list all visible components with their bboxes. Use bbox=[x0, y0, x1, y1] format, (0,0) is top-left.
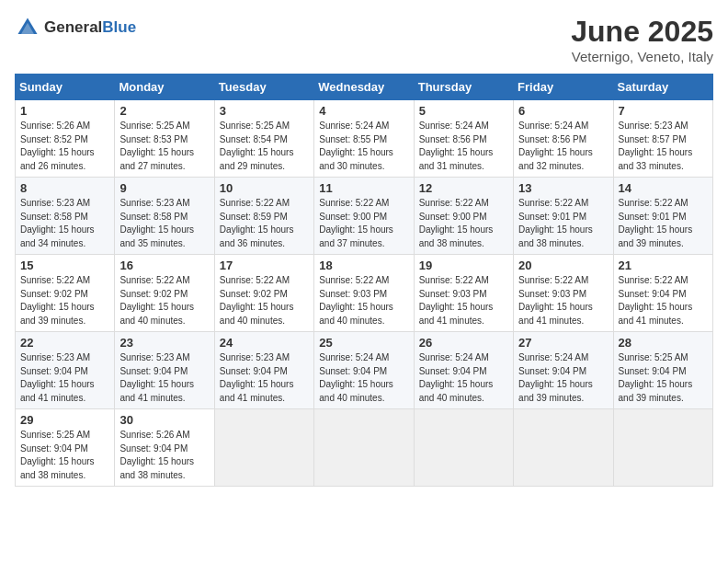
day-cell: 27Sunrise: 5:24 AMSunset: 9:04 PMDayligh… bbox=[514, 332, 613, 409]
day-info: Sunrise: 5:25 AMSunset: 9:04 PMDaylight:… bbox=[20, 430, 95, 480]
day-info: Sunrise: 5:23 AMSunset: 9:04 PMDaylight:… bbox=[119, 352, 194, 403]
page-header: GeneralBlue June 2025 Veternigo, Veneto,… bbox=[15, 15, 713, 64]
day-cell bbox=[314, 409, 414, 487]
day-info: Sunrise: 5:22 AMSunset: 9:02 PMDaylight:… bbox=[20, 275, 95, 326]
day-info: Sunrise: 5:25 AMSunset: 8:53 PMDaylight:… bbox=[119, 121, 194, 171]
day-cell: 7Sunrise: 5:23 AMSunset: 8:57 PMDaylight… bbox=[613, 100, 712, 178]
day-cell: 14Sunrise: 5:22 AMSunset: 9:01 PMDayligh… bbox=[613, 178, 712, 255]
day-cell: 19Sunrise: 5:22 AMSunset: 9:03 PMDayligh… bbox=[414, 255, 513, 332]
calendar-table: SundayMondayTuesdayWednesdayThursdayFrid… bbox=[15, 74, 713, 487]
logo-blue: Blue bbox=[102, 18, 136, 36]
day-number: 8 bbox=[20, 181, 109, 195]
day-cell: 5Sunrise: 5:24 AMSunset: 8:56 PMDaylight… bbox=[414, 100, 513, 178]
day-number: 17 bbox=[220, 259, 309, 272]
day-cell: 9Sunrise: 5:23 AMSunset: 8:58 PMDaylight… bbox=[115, 178, 214, 255]
day-cell: 20Sunrise: 5:22 AMSunset: 9:03 PMDayligh… bbox=[514, 255, 613, 332]
day-cell bbox=[613, 409, 712, 487]
day-cell: 1Sunrise: 5:26 AMSunset: 8:52 PMDaylight… bbox=[16, 100, 115, 178]
day-info: Sunrise: 5:22 AMSunset: 8:59 PMDaylight:… bbox=[220, 198, 294, 248]
logo: GeneralBlue bbox=[15, 15, 136, 40]
day-info: Sunrise: 5:22 AMSunset: 9:01 PMDaylight:… bbox=[619, 198, 693, 248]
day-cell: 24Sunrise: 5:23 AMSunset: 9:04 PMDayligh… bbox=[214, 332, 313, 409]
day-number: 11 bbox=[319, 181, 408, 195]
day-number: 16 bbox=[119, 259, 209, 272]
day-number: 7 bbox=[619, 104, 708, 118]
day-number: 2 bbox=[119, 104, 209, 118]
day-cell: 10Sunrise: 5:22 AMSunset: 8:59 PMDayligh… bbox=[214, 178, 313, 255]
day-info: Sunrise: 5:22 AMSunset: 9:00 PMDaylight:… bbox=[319, 198, 393, 248]
day-info: Sunrise: 5:24 AMSunset: 8:56 PMDaylight:… bbox=[419, 121, 494, 171]
day-info: Sunrise: 5:24 AMSunset: 9:04 PMDaylight:… bbox=[319, 352, 393, 403]
logo-text: GeneralBlue bbox=[44, 18, 136, 37]
day-number: 20 bbox=[518, 259, 608, 272]
day-info: Sunrise: 5:22 AMSunset: 9:02 PMDaylight:… bbox=[220, 275, 294, 326]
day-number: 19 bbox=[419, 259, 508, 272]
day-info: Sunrise: 5:25 AMSunset: 9:04 PMDaylight:… bbox=[619, 352, 693, 403]
day-number: 27 bbox=[518, 336, 608, 350]
day-info: Sunrise: 5:22 AMSunset: 9:03 PMDaylight:… bbox=[419, 275, 494, 326]
header-friday: Friday bbox=[514, 75, 613, 100]
day-number: 15 bbox=[20, 259, 109, 272]
day-cell: 18Sunrise: 5:22 AMSunset: 9:03 PMDayligh… bbox=[314, 255, 414, 332]
day-info: Sunrise: 5:23 AMSunset: 8:57 PMDaylight:… bbox=[619, 121, 693, 171]
logo-icon bbox=[15, 15, 40, 40]
header-row: SundayMondayTuesdayWednesdayThursdayFrid… bbox=[16, 75, 713, 100]
day-number: 13 bbox=[518, 181, 608, 195]
header-wednesday: Wednesday bbox=[314, 75, 414, 100]
day-cell bbox=[414, 409, 513, 487]
day-number: 26 bbox=[419, 336, 508, 350]
day-cell: 21Sunrise: 5:22 AMSunset: 9:04 PMDayligh… bbox=[613, 255, 712, 332]
day-number: 21 bbox=[619, 259, 708, 272]
day-cell: 13Sunrise: 5:22 AMSunset: 9:01 PMDayligh… bbox=[514, 178, 613, 255]
day-number: 30 bbox=[119, 413, 209, 427]
week-row-2: 15Sunrise: 5:22 AMSunset: 9:02 PMDayligh… bbox=[16, 255, 713, 332]
day-cell: 15Sunrise: 5:22 AMSunset: 9:02 PMDayligh… bbox=[16, 255, 115, 332]
header-saturday: Saturday bbox=[613, 75, 712, 100]
day-info: Sunrise: 5:22 AMSunset: 9:04 PMDaylight:… bbox=[619, 275, 693, 326]
day-info: Sunrise: 5:23 AMSunset: 8:58 PMDaylight:… bbox=[119, 198, 194, 248]
day-cell: 8Sunrise: 5:23 AMSunset: 8:58 PMDaylight… bbox=[16, 178, 115, 255]
day-number: 6 bbox=[518, 104, 608, 118]
day-info: Sunrise: 5:24 AMSunset: 9:04 PMDaylight:… bbox=[518, 352, 593, 403]
day-info: Sunrise: 5:22 AMSunset: 9:01 PMDaylight:… bbox=[518, 198, 593, 248]
day-number: 29 bbox=[20, 413, 109, 427]
day-number: 3 bbox=[220, 104, 309, 118]
day-cell: 29Sunrise: 5:25 AMSunset: 9:04 PMDayligh… bbox=[16, 409, 115, 487]
day-info: Sunrise: 5:24 AMSunset: 8:56 PMDaylight:… bbox=[518, 121, 593, 171]
logo-general: General bbox=[44, 18, 102, 36]
day-number: 18 bbox=[319, 259, 408, 272]
week-row-0: 1Sunrise: 5:26 AMSunset: 8:52 PMDaylight… bbox=[16, 100, 713, 178]
day-number: 22 bbox=[20, 336, 109, 350]
day-info: Sunrise: 5:22 AMSunset: 9:03 PMDaylight:… bbox=[518, 275, 593, 326]
day-info: Sunrise: 5:26 AMSunset: 9:04 PMDaylight:… bbox=[119, 430, 194, 480]
day-cell: 26Sunrise: 5:24 AMSunset: 9:04 PMDayligh… bbox=[414, 332, 513, 409]
day-info: Sunrise: 5:24 AMSunset: 9:04 PMDaylight:… bbox=[419, 352, 494, 403]
day-cell: 25Sunrise: 5:24 AMSunset: 9:04 PMDayligh… bbox=[314, 332, 414, 409]
title-area: June 2025 Veternigo, Veneto, Italy bbox=[571, 15, 713, 64]
day-info: Sunrise: 5:22 AMSunset: 9:00 PMDaylight:… bbox=[419, 198, 494, 248]
week-row-4: 29Sunrise: 5:25 AMSunset: 9:04 PMDayligh… bbox=[16, 409, 713, 487]
day-cell: 2Sunrise: 5:25 AMSunset: 8:53 PMDaylight… bbox=[115, 100, 214, 178]
day-info: Sunrise: 5:24 AMSunset: 8:55 PMDaylight:… bbox=[319, 121, 393, 171]
header-sunday: Sunday bbox=[16, 75, 115, 100]
day-number: 25 bbox=[319, 336, 408, 350]
day-info: Sunrise: 5:26 AMSunset: 8:52 PMDaylight:… bbox=[20, 121, 95, 171]
day-number: 14 bbox=[619, 181, 708, 195]
day-number: 28 bbox=[619, 336, 708, 350]
day-number: 5 bbox=[419, 104, 508, 118]
day-cell: 11Sunrise: 5:22 AMSunset: 9:00 PMDayligh… bbox=[314, 178, 414, 255]
day-cell: 28Sunrise: 5:25 AMSunset: 9:04 PMDayligh… bbox=[613, 332, 712, 409]
day-cell: 3Sunrise: 5:25 AMSunset: 8:54 PMDaylight… bbox=[214, 100, 313, 178]
header-monday: Monday bbox=[115, 75, 214, 100]
day-cell: 22Sunrise: 5:23 AMSunset: 9:04 PMDayligh… bbox=[16, 332, 115, 409]
day-number: 23 bbox=[119, 336, 209, 350]
day-info: Sunrise: 5:23 AMSunset: 9:04 PMDaylight:… bbox=[220, 352, 294, 403]
day-info: Sunrise: 5:22 AMSunset: 9:02 PMDaylight:… bbox=[119, 275, 194, 326]
day-info: Sunrise: 5:22 AMSunset: 9:03 PMDaylight:… bbox=[319, 275, 393, 326]
day-cell: 4Sunrise: 5:24 AMSunset: 8:55 PMDaylight… bbox=[314, 100, 414, 178]
week-row-3: 22Sunrise: 5:23 AMSunset: 9:04 PMDayligh… bbox=[16, 332, 713, 409]
day-number: 12 bbox=[419, 181, 508, 195]
day-cell: 17Sunrise: 5:22 AMSunset: 9:02 PMDayligh… bbox=[214, 255, 313, 332]
header-tuesday: Tuesday bbox=[214, 75, 313, 100]
day-number: 24 bbox=[220, 336, 309, 350]
